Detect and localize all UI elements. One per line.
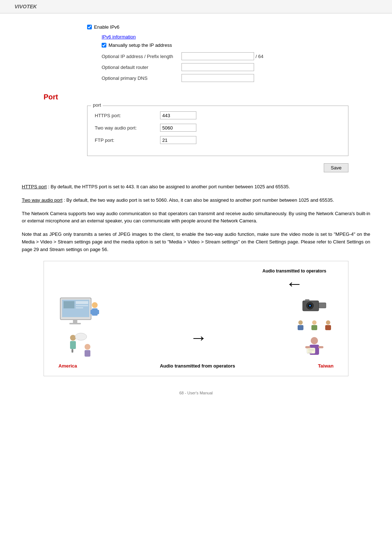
svg-point-23 <box>309 305 311 307</box>
term-two-way-audio: Two way audio port <box>22 197 62 203</box>
ipv6-field-label-2: Optional primary DNS <box>102 75 181 81</box>
svg-rect-2 <box>73 320 77 323</box>
svg-point-12 <box>70 335 76 341</box>
brand-logo: VIVOTEK <box>15 4 37 9</box>
svg-rect-9 <box>76 301 88 304</box>
svg-rect-7 <box>96 310 99 314</box>
people-illustration <box>66 332 95 358</box>
diagram-right <box>295 294 334 360</box>
desc-two-way-audio-text: : By default, the two way audio port is … <box>64 197 334 203</box>
ftp-port-input[interactable] <box>160 136 196 144</box>
svg-rect-20 <box>319 303 326 308</box>
ipv6-fields: Optional IP address / Prefix length / 64… <box>102 52 370 82</box>
save-button[interactable]: Save <box>324 163 348 172</box>
arrow-right-icon: → <box>190 329 207 346</box>
desc-two-way-audio: Two way audio port : By default, the two… <box>22 197 370 204</box>
people-icons-row <box>295 320 334 331</box>
ipv6-field-row-2: Optional primary DNS <box>102 74 370 82</box>
audio-transmitted-to-operators-label: Audio transmitted to operators <box>262 268 326 274</box>
svg-rect-28 <box>311 325 317 330</box>
svg-rect-38 <box>318 346 323 348</box>
person-icon-3 <box>323 320 334 331</box>
svg-rect-3 <box>69 323 81 324</box>
svg-point-4 <box>92 302 98 308</box>
port-box-legend: port <box>91 102 103 108</box>
ipv6-field-input-0[interactable] <box>181 52 254 60</box>
computer-illustration <box>58 296 102 329</box>
enable-ipv6-row: Enable IPv6 <box>87 24 370 30</box>
https-port-label: HTTPS port: <box>95 113 160 118</box>
svg-rect-8 <box>64 301 74 308</box>
svg-rect-26 <box>298 325 303 330</box>
manually-row: Manually setup the IP address <box>102 42 370 48</box>
ipv6-field-row-1: Optional default router <box>102 63 370 71</box>
ipv6-info-block: IPv6 information Manually setup the IP a… <box>102 34 370 82</box>
https-port-input[interactable] <box>160 111 196 119</box>
enable-ipv6-label: Enable IPv6 <box>94 24 119 30</box>
svg-point-25 <box>298 320 303 325</box>
taiwan-person-illustration <box>302 334 327 360</box>
svg-rect-10 <box>76 305 88 306</box>
diagram-left <box>58 296 102 358</box>
header-bar: VIVOTEK <box>0 0 392 13</box>
person-icon-2 <box>309 320 320 331</box>
diagram-container: Audio transmitted to operators ← <box>44 261 348 376</box>
svg-rect-37 <box>305 346 310 348</box>
desc-network-camera: The Network Camera supports two way audi… <box>22 210 370 225</box>
svg-point-31 <box>311 337 318 344</box>
svg-rect-6 <box>90 310 93 314</box>
enable-ipv6-checkbox[interactable] <box>87 25 92 29</box>
ipv6-information-link[interactable]: IPv6 information <box>102 34 370 40</box>
svg-rect-18 <box>72 349 73 353</box>
svg-point-16 <box>85 344 90 350</box>
svg-rect-30 <box>325 325 331 330</box>
ipv6-field-input-1[interactable] <box>181 63 254 71</box>
ipv6-field-input-2[interactable] <box>181 74 254 82</box>
desc-https-port: HTTPS port : By default, the HTTPS port … <box>22 183 370 191</box>
desc-jpeg-note: Note that as JPEG only transmits a serie… <box>22 231 370 253</box>
https-port-row: HTTPS port: <box>95 111 341 119</box>
svg-point-29 <box>326 320 330 325</box>
arrow-left-icon: ← <box>286 275 303 292</box>
port-box: port HTTPS port: Two way audio port: FTP… <box>87 106 348 156</box>
audio-from-operators-label: Audio transmitted from operators <box>160 363 235 369</box>
manually-setup-label: Manually setup the IP address <box>109 42 172 48</box>
manually-setup-checkbox[interactable] <box>102 43 106 48</box>
port-section-heading: Port <box>44 93 370 101</box>
ipv6-field-label-1: Optional default router <box>102 65 181 70</box>
taiwan-label: Taiwan <box>318 363 334 369</box>
diagram-main: → <box>51 294 341 360</box>
ftp-port-label: FTP port: <box>95 138 160 143</box>
save-row: Save <box>22 163 348 172</box>
desc-network-camera-text: The Network Camera supports two way audi… <box>22 211 370 224</box>
camera-illustration <box>300 294 329 316</box>
ipv6-section: Enable IPv6 IPv6 information Manually se… <box>22 24 370 82</box>
svg-rect-13 <box>70 341 76 349</box>
svg-rect-11 <box>76 307 83 308</box>
two-way-audio-port-input[interactable] <box>160 124 196 132</box>
two-way-audio-port-row: Two way audio port: <box>95 124 341 132</box>
ipv6-field-suffix-0: / 64 <box>256 54 264 59</box>
term-https-port: HTTPS port <box>22 184 47 189</box>
diagram-footer: America Audio transmitted from operators… <box>51 360 341 369</box>
diagram-center: → <box>190 307 207 346</box>
ipv6-field-label-0: Optional IP address / Prefix length <box>102 54 181 59</box>
america-label: America <box>58 363 77 369</box>
ipv6-field-row-0: Optional IP address / Prefix length / 64 <box>102 52 370 60</box>
port-section: port HTTPS port: Two way audio port: FTP… <box>22 106 370 156</box>
desc-jpeg-note-text: Note that as JPEG only transmits a serie… <box>22 231 370 252</box>
desc-https-port-text: : By default, the HTTPS port is set to 4… <box>48 184 290 189</box>
page-footer: 68 - User's Manual <box>22 391 370 395</box>
person-icon-1 <box>295 320 306 331</box>
two-way-audio-port-label: Two way audio port: <box>95 125 160 131</box>
svg-rect-24 <box>305 299 309 301</box>
svg-rect-17 <box>85 350 90 357</box>
ftp-port-row: FTP port: <box>95 136 341 144</box>
svg-point-27 <box>312 320 317 325</box>
